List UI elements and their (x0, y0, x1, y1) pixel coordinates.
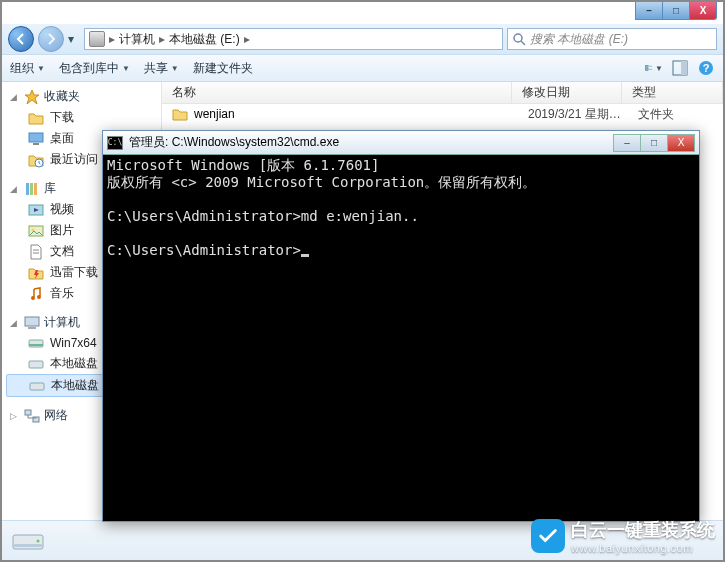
new-folder-button[interactable]: 新建文件夹 (193, 60, 253, 77)
history-dropdown[interactable]: ▾ (68, 32, 80, 46)
cmd-window: C:\ 管理员: C:\Windows\system32\cmd.exe – □… (102, 130, 700, 522)
watermark-url: www.baiyunxitong.com (571, 542, 715, 554)
svg-point-36 (37, 539, 40, 542)
drive-icon (28, 335, 44, 351)
minimize-button[interactable]: – (635, 2, 663, 20)
brand-icon (531, 519, 565, 553)
breadcrumb-drive-e[interactable]: 本地磁盘 (E:) (169, 31, 240, 48)
preview-pane-button[interactable] (671, 60, 689, 76)
toolbar: 组织▼ 包含到库中▼ 共享▼ 新建文件夹 ▼ ? (2, 54, 723, 82)
svg-rect-30 (29, 361, 43, 368)
forward-button[interactable] (38, 26, 64, 52)
expand-icon: ▷ (10, 411, 20, 421)
music-icon (28, 286, 44, 302)
svg-rect-3 (645, 68, 648, 70)
breadcrumb-separator: ▸ (244, 32, 250, 46)
back-button[interactable] (8, 26, 34, 52)
svg-rect-7 (681, 61, 687, 75)
drive-icon (28, 356, 44, 372)
collapse-icon: ◢ (10, 92, 20, 102)
collapse-icon: ◢ (10, 318, 20, 328)
library-icon (24, 181, 40, 197)
include-in-library-menu[interactable]: 包含到库中▼ (59, 60, 130, 77)
computer-label: 计算机 (44, 314, 80, 331)
svg-rect-35 (13, 544, 43, 547)
favorites-label: 收藏夹 (44, 88, 80, 105)
breadcrumb-computer[interactable]: 计算机 (119, 31, 155, 48)
arrow-right-icon (45, 33, 57, 45)
thunder-icon (28, 265, 44, 281)
drive-icon (29, 378, 45, 394)
folder-icon (172, 107, 188, 121)
watermark: 白云一键重装系统 www.baiyunxitong.com (531, 518, 715, 554)
file-date: 2019/3/21 星期… (528, 106, 638, 123)
search-input[interactable]: 搜索 本地磁盘 (E:) (507, 28, 717, 50)
help-button[interactable]: ? (697, 60, 715, 76)
folder-icon (28, 110, 44, 126)
explorer-window-controls: – □ X (636, 2, 717, 20)
network-icon (24, 408, 40, 424)
drive-icon (89, 31, 105, 47)
cmd-close-button[interactable]: X (667, 134, 695, 152)
breadcrumb-separator: ▸ (109, 32, 115, 46)
computer-icon (24, 315, 40, 331)
cmd-titlebar[interactable]: C:\ 管理员: C:\Windows\system32\cmd.exe – □… (103, 131, 699, 155)
network-label: 网络 (44, 407, 68, 424)
file-name: wenjian (194, 107, 528, 121)
view-options-button[interactable]: ▼ (645, 60, 663, 76)
drive-large-icon (12, 527, 44, 555)
breadcrumb-separator: ▸ (159, 32, 165, 46)
svg-rect-14 (26, 183, 29, 195)
svg-text:?: ? (703, 62, 710, 74)
sidebar-item-downloads[interactable]: 下载 (2, 107, 161, 128)
svg-line-1 (521, 41, 525, 45)
cmd-maximize-button[interactable]: □ (640, 134, 668, 152)
maximize-button[interactable]: □ (662, 2, 690, 20)
column-headers: 名称 修改日期 类型 (162, 82, 723, 104)
svg-point-25 (37, 295, 41, 299)
cmd-output[interactable]: Microsoft Windows [版本 6.1.7601] 版权所有 <c>… (103, 155, 699, 521)
desktop-icon (28, 131, 44, 147)
svg-rect-16 (34, 183, 37, 195)
cursor-icon (301, 254, 309, 257)
file-row[interactable]: wenjian 2019/3/21 星期… 文件夹 (162, 104, 723, 124)
star-icon (24, 89, 40, 105)
svg-rect-32 (25, 410, 31, 415)
organize-menu[interactable]: 组织▼ (10, 60, 45, 77)
svg-point-0 (514, 34, 522, 42)
video-icon (28, 202, 44, 218)
close-button[interactable]: X (689, 2, 717, 20)
svg-point-24 (31, 296, 35, 300)
column-header-name[interactable]: 名称 (162, 82, 512, 103)
search-placeholder: 搜索 本地磁盘 (E:) (530, 31, 628, 48)
favorites-group[interactable]: ◢ 收藏夹 (2, 86, 161, 107)
recent-icon (28, 152, 44, 168)
search-icon (512, 32, 526, 46)
svg-rect-26 (25, 317, 39, 326)
svg-rect-2 (645, 65, 648, 67)
svg-rect-12 (33, 143, 39, 145)
pictures-icon (28, 223, 44, 239)
cmd-minimize-button[interactable]: – (613, 134, 641, 152)
svg-rect-15 (30, 183, 33, 195)
collapse-icon: ◢ (10, 184, 20, 194)
svg-marker-10 (25, 90, 39, 104)
svg-rect-31 (30, 383, 44, 390)
svg-rect-29 (29, 344, 43, 346)
address-bar[interactable]: ▸ 计算机 ▸ 本地磁盘 (E:) ▸ (84, 28, 503, 50)
share-menu[interactable]: 共享▼ (144, 60, 179, 77)
libraries-label: 库 (44, 180, 56, 197)
cmd-icon: C:\ (107, 136, 123, 150)
arrow-left-icon (15, 33, 27, 45)
navigation-bar: ▾ ▸ 计算机 ▸ 本地磁盘 (E:) ▸ 搜索 本地磁盘 (E:) (2, 24, 723, 54)
file-type: 文件夹 (638, 106, 674, 123)
svg-rect-11 (29, 133, 43, 142)
column-header-type[interactable]: 类型 (622, 82, 723, 103)
svg-rect-27 (28, 327, 36, 329)
column-header-date[interactable]: 修改日期 (512, 82, 622, 103)
watermark-brand: 白云一键重装系统 (571, 520, 715, 540)
cmd-title: 管理员: C:\Windows\system32\cmd.exe (129, 134, 614, 151)
documents-icon (28, 244, 44, 260)
